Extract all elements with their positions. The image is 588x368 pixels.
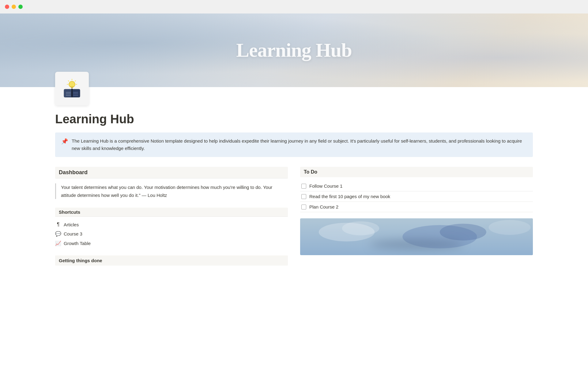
svg-point-23 [489,220,531,235]
todo-label-0: Follow Course 1 [309,183,342,189]
dashboard-header: Dashboard [55,167,288,178]
growth-table-icon: 📈 [55,240,61,246]
articles-icon: ¶ [55,222,61,227]
todo-checkbox-0[interactable] [301,184,306,189]
callout-text: The Learning Hub is a comprehensive Noti… [72,137,527,152]
todo-item-2: Plan Course 2 [300,202,533,212]
shortcut-articles[interactable]: ¶ Articles [55,220,288,229]
todo-item-1: Read the first 10 pages of my new book [300,191,533,202]
maximize-button[interactable] [18,5,23,9]
shortcut-growth-table[interactable]: 📈 Growth Table [55,239,288,248]
left-column: Dashboard Your talent determines what yo… [55,167,288,266]
quote-text: Your talent determines what you can do. … [61,185,272,198]
page-icon [55,72,89,105]
right-column: To Do Follow Course 1 Read the first 10 … [300,167,533,266]
svg-line-13 [68,81,69,81]
titlebar [0,0,588,13]
svg-rect-3 [71,89,73,97]
shortcut-course3-label: Course 3 [64,231,82,236]
hero-title: Learning Hub [236,39,352,62]
shortcut-growth-table-label: Growth Table [64,241,91,246]
shortcut-articles-label: Articles [64,222,79,227]
minimize-button[interactable] [12,5,16,9]
image-placeholder [300,218,533,255]
callout-icon: 📌 [61,138,68,145]
todo-section: To Do Follow Course 1 Read the first 10 … [300,167,533,212]
svg-line-12 [75,81,76,81]
svg-point-10 [69,81,75,87]
page-icon-area [0,72,588,105]
svg-point-22 [440,224,486,240]
close-button[interactable] [5,5,9,9]
shortcuts-section: Shortcuts ¶ Articles 💬 Course 3 📈 Growth… [55,208,288,248]
content-area: Learning Hub 📌 The Learning Hub is a com… [0,112,588,266]
page-title: Learning Hub [55,112,533,126]
callout-box: 📌 The Learning Hub is a comprehensive No… [55,132,533,157]
todo-label-2: Plan Course 2 [309,204,338,209]
main-content: Dashboard Your talent determines what yo… [55,167,533,266]
todo-header: To Do [300,167,533,177]
quote-block: Your talent determines what you can do. … [55,183,288,199]
todo-checkbox-2[interactable] [301,205,306,209]
svg-point-20 [342,221,379,236]
svg-rect-1 [64,89,72,97]
getting-done-header: Getting things done [55,255,288,266]
shortcut-course3[interactable]: 💬 Course 3 [55,229,288,239]
todo-label-1: Read the first 10 pages of my new book [309,194,390,199]
todo-item-0: Follow Course 1 [300,181,533,191]
shortcuts-header: Shortcuts [55,208,288,217]
course3-icon: 💬 [55,231,61,237]
svg-rect-2 [72,89,80,97]
todo-checkbox-1[interactable] [301,194,306,199]
page-wrapper: Learning Hub [0,13,588,266]
